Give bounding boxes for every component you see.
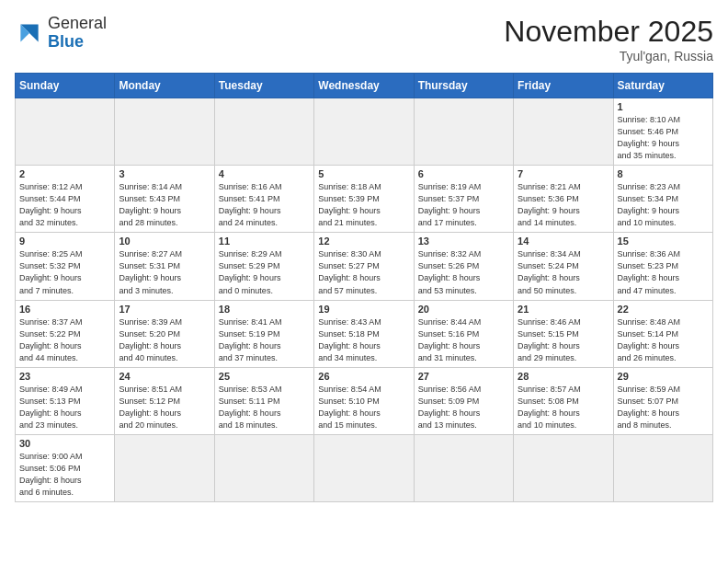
- day-info: Sunrise: 8:10 AM Sunset: 5:46 PM Dayligh…: [618, 114, 709, 162]
- weekday-header-row: Sunday Monday Tuesday Wednesday Thursday…: [16, 74, 713, 98]
- day-info: Sunrise: 8:48 AM Sunset: 5:14 PM Dayligh…: [618, 316, 709, 364]
- calendar-cell: [514, 98, 613, 166]
- page-header: General Blue November 2025 Tyul'gan, Rus…: [15, 15, 713, 63]
- calendar-cell: 30Sunrise: 9:00 AM Sunset: 5:06 PM Dayli…: [16, 434, 115, 501]
- day-number: 19: [318, 304, 409, 315]
- day-info: Sunrise: 8:30 AM Sunset: 5:27 PM Dayligh…: [318, 248, 409, 296]
- day-number: 26: [318, 371, 409, 382]
- day-info: Sunrise: 8:57 AM Sunset: 5:08 PM Dayligh…: [518, 384, 609, 431]
- day-info: Sunrise: 8:43 AM Sunset: 5:18 PM Dayligh…: [318, 316, 409, 364]
- day-info: Sunrise: 8:12 AM Sunset: 5:44 PM Dayligh…: [19, 181, 110, 229]
- day-info: Sunrise: 8:36 AM Sunset: 5:23 PM Dayligh…: [618, 248, 709, 296]
- calendar-cell: 6Sunrise: 8:19 AM Sunset: 5:37 PM Daylig…: [414, 166, 513, 233]
- day-number: 22: [618, 304, 709, 315]
- day-info: Sunrise: 8:59 AM Sunset: 5:07 PM Dayligh…: [618, 384, 709, 431]
- calendar-cell: 23Sunrise: 8:49 AM Sunset: 5:13 PM Dayli…: [16, 367, 115, 434]
- calendar-cell: [414, 434, 513, 501]
- month-title: November 2025: [504, 15, 713, 49]
- header-friday: Friday: [514, 74, 613, 98]
- day-info: Sunrise: 8:51 AM Sunset: 5:12 PM Dayligh…: [119, 384, 210, 431]
- calendar-cell: 26Sunrise: 8:54 AM Sunset: 5:10 PM Dayli…: [314, 367, 414, 434]
- title-block: November 2025 Tyul'gan, Russia: [504, 15, 713, 63]
- day-number: 8: [618, 168, 709, 179]
- day-info: Sunrise: 8:46 AM Sunset: 5:15 PM Dayligh…: [518, 316, 609, 364]
- day-number: 1: [618, 101, 709, 112]
- day-number: 25: [219, 371, 310, 382]
- calendar-cell: 3Sunrise: 8:14 AM Sunset: 5:43 PM Daylig…: [115, 166, 214, 233]
- calendar-cell: 13Sunrise: 8:32 AM Sunset: 5:26 PM Dayli…: [414, 233, 513, 300]
- day-number: 5: [318, 168, 409, 179]
- day-number: 13: [418, 236, 509, 247]
- location: Tyul'gan, Russia: [504, 49, 713, 63]
- day-number: 28: [518, 371, 609, 382]
- calendar-cell: [414, 98, 513, 166]
- calendar-row: 16Sunrise: 8:37 AM Sunset: 5:22 PM Dayli…: [16, 300, 713, 367]
- calendar-row: 2Sunrise: 8:12 AM Sunset: 5:44 PM Daylig…: [16, 166, 713, 233]
- day-info: Sunrise: 8:14 AM Sunset: 5:43 PM Dayligh…: [119, 181, 210, 229]
- day-number: 3: [119, 168, 210, 179]
- calendar-cell: [115, 434, 214, 501]
- day-number: 24: [119, 371, 210, 382]
- day-number: 16: [19, 304, 110, 315]
- calendar-cell: [514, 434, 613, 501]
- calendar-cell: 10Sunrise: 8:27 AM Sunset: 5:31 PM Dayli…: [115, 233, 214, 300]
- calendar-cell: 17Sunrise: 8:39 AM Sunset: 5:20 PM Dayli…: [115, 300, 214, 367]
- calendar-cell: 18Sunrise: 8:41 AM Sunset: 5:19 PM Dayli…: [214, 300, 313, 367]
- day-info: Sunrise: 8:54 AM Sunset: 5:10 PM Dayligh…: [318, 384, 409, 431]
- day-number: 7: [518, 168, 609, 179]
- calendar-cell: 15Sunrise: 8:36 AM Sunset: 5:23 PM Dayli…: [613, 233, 712, 300]
- day-number: 17: [119, 304, 210, 315]
- day-number: 12: [318, 236, 409, 247]
- day-info: Sunrise: 8:41 AM Sunset: 5:19 PM Dayligh…: [219, 316, 310, 364]
- day-number: 18: [219, 304, 310, 315]
- day-info: Sunrise: 8:16 AM Sunset: 5:41 PM Dayligh…: [219, 181, 310, 229]
- calendar-cell: [214, 434, 313, 501]
- calendar-cell: 1Sunrise: 8:10 AM Sunset: 5:46 PM Daylig…: [613, 98, 712, 166]
- calendar-cell: 27Sunrise: 8:56 AM Sunset: 5:09 PM Dayli…: [414, 367, 513, 434]
- logo: General Blue: [15, 15, 107, 52]
- calendar-cell: 4Sunrise: 8:16 AM Sunset: 5:41 PM Daylig…: [214, 166, 313, 233]
- day-number: 29: [618, 371, 709, 382]
- calendar-cell: 16Sunrise: 8:37 AM Sunset: 5:22 PM Dayli…: [16, 300, 115, 367]
- calendar-cell: 2Sunrise: 8:12 AM Sunset: 5:44 PM Daylig…: [16, 166, 115, 233]
- day-number: 15: [618, 236, 709, 247]
- day-number: 27: [418, 371, 509, 382]
- calendar-cell: 22Sunrise: 8:48 AM Sunset: 5:14 PM Dayli…: [613, 300, 712, 367]
- header-thursday: Thursday: [414, 74, 513, 98]
- day-info: Sunrise: 8:44 AM Sunset: 5:16 PM Dayligh…: [418, 316, 509, 364]
- logo-text: General Blue: [48, 15, 107, 52]
- day-number: 2: [19, 168, 110, 179]
- day-info: Sunrise: 8:27 AM Sunset: 5:31 PM Dayligh…: [119, 248, 210, 296]
- calendar-cell: [115, 98, 214, 166]
- day-number: 23: [19, 371, 110, 382]
- calendar-cell: [314, 98, 414, 166]
- day-info: Sunrise: 8:21 AM Sunset: 5:36 PM Dayligh…: [518, 181, 609, 229]
- day-number: 20: [418, 304, 509, 315]
- calendar-cell: [16, 98, 115, 166]
- day-info: Sunrise: 8:53 AM Sunset: 5:11 PM Dayligh…: [219, 384, 310, 431]
- calendar-cell: 25Sunrise: 8:53 AM Sunset: 5:11 PM Dayli…: [214, 367, 313, 434]
- calendar-cell: [314, 434, 414, 501]
- day-info: Sunrise: 8:34 AM Sunset: 5:24 PM Dayligh…: [518, 248, 609, 296]
- day-info: Sunrise: 8:18 AM Sunset: 5:39 PM Dayligh…: [318, 181, 409, 229]
- calendar-cell: 20Sunrise: 8:44 AM Sunset: 5:16 PM Dayli…: [414, 300, 513, 367]
- day-info: Sunrise: 8:32 AM Sunset: 5:26 PM Dayligh…: [418, 248, 509, 296]
- day-number: 11: [219, 236, 310, 247]
- day-info: Sunrise: 8:37 AM Sunset: 5:22 PM Dayligh…: [19, 316, 110, 364]
- day-info: Sunrise: 8:49 AM Sunset: 5:13 PM Dayligh…: [19, 384, 110, 431]
- calendar-cell: 8Sunrise: 8:23 AM Sunset: 5:34 PM Daylig…: [613, 166, 712, 233]
- day-number: 4: [219, 168, 310, 179]
- calendar-cell: 12Sunrise: 8:30 AM Sunset: 5:27 PM Dayli…: [314, 233, 414, 300]
- calendar-cell: [613, 434, 712, 501]
- header-sunday: Sunday: [16, 74, 115, 98]
- header-tuesday: Tuesday: [214, 74, 313, 98]
- day-info: Sunrise: 8:39 AM Sunset: 5:20 PM Dayligh…: [119, 316, 210, 364]
- calendar-cell: 14Sunrise: 8:34 AM Sunset: 5:24 PM Dayli…: [514, 233, 613, 300]
- day-info: Sunrise: 9:00 AM Sunset: 5:06 PM Dayligh…: [19, 451, 110, 499]
- header-monday: Monday: [115, 74, 214, 98]
- day-number: 14: [518, 236, 609, 247]
- header-wednesday: Wednesday: [314, 74, 414, 98]
- calendar-cell: 5Sunrise: 8:18 AM Sunset: 5:39 PM Daylig…: [314, 166, 414, 233]
- day-number: 6: [418, 168, 509, 179]
- calendar-row: 9Sunrise: 8:25 AM Sunset: 5:32 PM Daylig…: [16, 233, 713, 300]
